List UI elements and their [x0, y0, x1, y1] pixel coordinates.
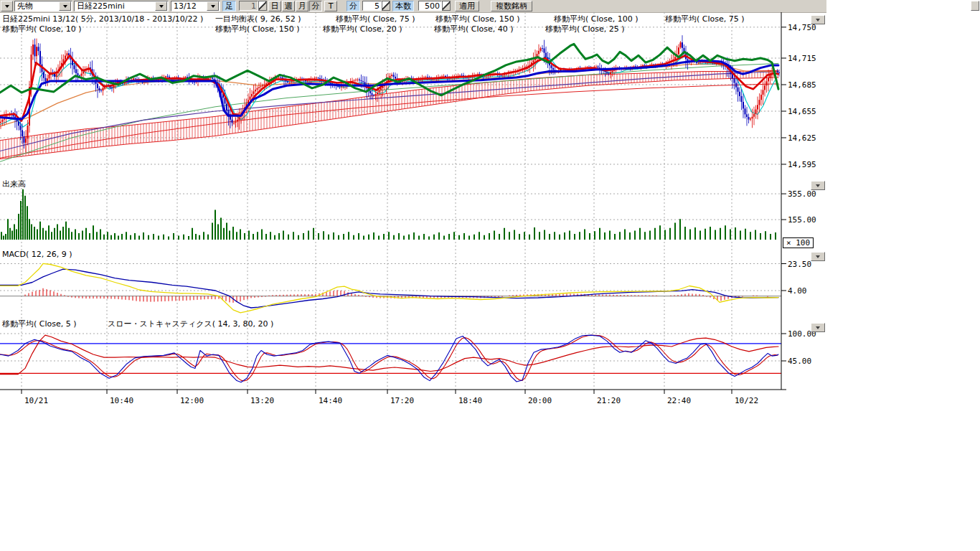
- svg-text:14,685: 14,685: [788, 80, 816, 90]
- svg-text:10/21: 10/21: [24, 396, 48, 405]
- svg-text:14,595: 14,595: [788, 160, 816, 169]
- ma75b-label: 移動平均( Close, 75 ): [665, 15, 745, 24]
- chevron-down-icon: [816, 184, 820, 187]
- stoch-ma-label: 移動平均( Close, 5 ): [2, 320, 77, 329]
- svg-text:4.00: 4.00: [788, 286, 807, 296]
- stochastics-label: スロー・ストキャスティクス( 14, 3, 80, 20 ): [108, 320, 273, 329]
- svg-text:14:40: 14:40: [319, 396, 342, 405]
- ma20-label: 移動平均( Close, 20 ): [323, 25, 402, 34]
- ma150-label: 移動平均( Close, 150 ): [435, 15, 520, 24]
- ma150b-label: 移動平均( Close, 150 ): [215, 25, 300, 34]
- svg-text:17:20: 17:20: [390, 396, 414, 405]
- svg-text:13:20: 13:20: [250, 396, 274, 405]
- svg-text:10/22: 10/22: [735, 396, 758, 405]
- stoch-panel-dropdown-button[interactable]: [811, 323, 825, 332]
- svg-text:21:20: 21:20: [597, 396, 621, 405]
- macd-panel-dropdown-button[interactable]: [811, 252, 825, 261]
- chevron-down-icon: [816, 19, 820, 22]
- chart-title: 日経225mini 13/12( 5分, 2013/10/18 - 2013/1…: [2, 15, 203, 24]
- svg-text:14,625: 14,625: [788, 133, 816, 143]
- ma25-label: 移動平均( Close, 25 ): [545, 25, 625, 34]
- chevron-down-icon: [816, 255, 820, 258]
- chart-application: 14,75014,71514,68514,65514,62514,595355.…: [0, 0, 980, 551]
- chevron-down-icon: [816, 326, 820, 329]
- svg-text:155.00: 155.00: [788, 215, 816, 225]
- svg-text:23.50: 23.50: [788, 260, 811, 269]
- ichimoku-label: 一目均衡表( 9, 26, 52 ): [215, 15, 301, 24]
- volume-panel-label: 出来高: [2, 180, 26, 189]
- price-panel-dropdown-button[interactable]: [811, 15, 825, 24]
- ma40-label: 移動平均( Close, 40 ): [434, 25, 514, 34]
- svg-text:22:40: 22:40: [667, 396, 691, 405]
- volume-panel-dropdown-button[interactable]: [811, 181, 825, 190]
- svg-text:14,715: 14,715: [788, 54, 816, 63]
- svg-text:10:40: 10:40: [110, 396, 133, 405]
- volume-multiplier-badge: × 100: [783, 237, 814, 248]
- svg-text:20:00: 20:00: [528, 396, 552, 405]
- ma10-label: 移動平均( Close, 10 ): [2, 25, 82, 34]
- svg-text:18:40: 18:40: [458, 396, 482, 405]
- macd-panel-label: MACD( 12, 26, 9 ): [2, 250, 72, 259]
- svg-text:45.00: 45.00: [788, 357, 811, 366]
- ma100-label: 移動平均( Close, 100 ): [554, 15, 639, 24]
- svg-text:14,655: 14,655: [788, 107, 816, 116]
- ma75-label: 移動平均( Close, 75 ): [336, 15, 415, 24]
- svg-text:355.00: 355.00: [788, 189, 816, 199]
- chart-canvas[interactable]: 14,75014,71514,68514,65514,62514,595355.…: [0, 0, 980, 551]
- svg-text:12:00: 12:00: [180, 396, 204, 405]
